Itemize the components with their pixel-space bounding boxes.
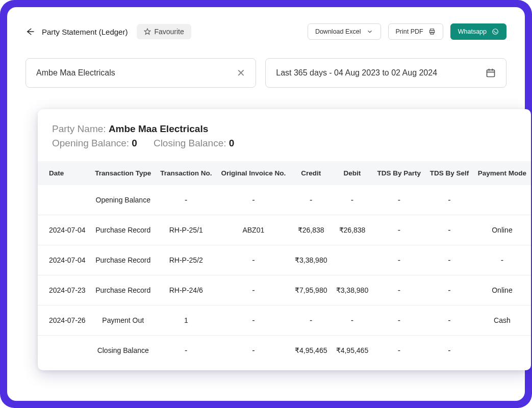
cell-debit: ₹26,838 (332, 215, 373, 245)
closing-balance-label: Closing Balance: (154, 138, 226, 148)
cell-pmode: Online (473, 275, 531, 305)
app-frame: Party Statement (Ledger) Favourite Downl… (0, 0, 532, 408)
cell-ttype: Opening Balance (90, 185, 156, 215)
top-bar: Party Statement (Ledger) Favourite Downl… (26, 23, 506, 40)
download-excel-button[interactable]: Download Excel (308, 23, 381, 40)
cell-tdss: - (425, 336, 473, 366)
back-arrow-icon[interactable] (26, 27, 35, 36)
closing-balance-value: 0 (229, 138, 235, 148)
ledger-card: Party Name: Ambe Maa Electricals Opening… (38, 109, 531, 370)
ledger-header: Party Name: Ambe Maa Electricals Opening… (38, 123, 531, 161)
cell-credit: ₹26,838 (290, 215, 332, 245)
cell-inv: - (216, 336, 290, 366)
cell-credit: ₹4,95,465 (290, 336, 332, 366)
cell-debit (332, 245, 373, 275)
cell-debit: ₹4,95,465 (332, 336, 373, 366)
cell-date: 2024-07-04 (38, 245, 90, 275)
table-row: Closing Balance--₹4,95,465₹4,95,465-- (38, 336, 531, 366)
svg-rect-4 (487, 70, 495, 76)
printer-icon (428, 28, 436, 35)
cell-tno: RH-P-25/2 (156, 245, 216, 275)
opening-balance-label: Opening Balance: (52, 138, 129, 148)
cell-date: 2024-07-23 (38, 275, 90, 305)
cell-credit: - (290, 185, 332, 215)
column-header: Transaction Type (90, 161, 156, 185)
party-filter[interactable]: Ambe Maa Electricals ✕ (26, 58, 256, 88)
table-row: 2024-07-04Purchase RecordRH-P-25/1ABZ01₹… (38, 215, 531, 245)
cell-date (38, 336, 90, 366)
cell-tdss: - (425, 245, 473, 275)
favourite-label: Favourite (154, 28, 184, 36)
chevron-down-icon (366, 28, 373, 35)
cell-pmode: Online (473, 215, 531, 245)
cell-inv: ABZ01 (216, 215, 290, 245)
cell-tno: RH-P-24/6 (156, 275, 216, 305)
cell-tdss: - (425, 275, 473, 305)
opening-balance-value: 0 (132, 138, 137, 148)
column-header: Debit (332, 161, 373, 185)
cell-tdss: - (425, 215, 473, 245)
favourite-button[interactable]: Favourite (137, 24, 191, 39)
column-header: Date (38, 161, 90, 185)
main-panel: Party Statement (Ledger) Favourite Downl… (7, 7, 525, 401)
cell-debit: - (332, 305, 373, 336)
cell-pmode: - (473, 245, 531, 275)
table-row: 2024-07-23Purchase RecordRH-P-24/6-₹7,95… (38, 275, 531, 305)
party-filter-value: Ambe Maa Electricals (36, 68, 115, 78)
column-header: Payment Mode (473, 161, 531, 185)
cell-tdsp: - (373, 336, 425, 366)
clear-party-icon[interactable]: ✕ (237, 67, 245, 79)
cell-credit: ₹7,95,980 (290, 275, 332, 305)
print-pdf-button[interactable]: Print PDF (388, 23, 443, 40)
ledger-table-head: DateTransaction TypeTransaction No.Origi… (38, 161, 531, 185)
cell-tno: - (156, 185, 216, 215)
cell-tdsp: - (373, 215, 425, 245)
column-header: TDS By Party (373, 161, 425, 185)
cell-tdsp: - (373, 275, 425, 305)
cell-tdsp: - (373, 185, 425, 215)
cell-ttype: Closing Balance (90, 336, 156, 366)
date-filter-value: Last 365 days - 04 Aug 2023 to 02 Aug 20… (276, 68, 437, 78)
column-header: Original Invoice No. (216, 161, 290, 185)
filter-row: Ambe Maa Electricals ✕ Last 365 days - 0… (26, 58, 506, 88)
cell-inv: - (216, 185, 290, 215)
cell-debit: ₹3,38,980 (332, 275, 373, 305)
cell-date: 2024-07-26 (38, 305, 90, 336)
date-filter[interactable]: Last 365 days - 04 Aug 2023 to 02 Aug 20… (265, 58, 506, 88)
cell-ttype: Purchase Record (90, 275, 156, 305)
cell-date: 2024-07-04 (38, 215, 90, 245)
party-name-label: Party Name: (52, 123, 106, 134)
ledger-table: DateTransaction TypeTransaction No.Origi… (38, 161, 531, 365)
cell-tdss: - (425, 305, 473, 336)
table-row: Opening Balance------ (38, 185, 531, 215)
whatsapp-icon (492, 28, 499, 35)
cell-ttype: Purchase Record (90, 245, 156, 275)
cell-tdss: - (425, 185, 473, 215)
cell-tno: 1 (156, 305, 216, 336)
svg-point-3 (493, 29, 498, 35)
print-pdf-label: Print PDF (396, 28, 423, 35)
cell-inv: - (216, 245, 290, 275)
cell-tdsp: - (373, 245, 425, 275)
cell-tno: RH-P-25/1 (156, 215, 216, 245)
page-title: Party Statement (Ledger) (42, 28, 128, 36)
cell-ttype: Purchase Record (90, 215, 156, 245)
download-excel-label: Download Excel (315, 28, 361, 35)
cell-credit: - (290, 305, 332, 336)
whatsapp-button[interactable]: Whatsapp (450, 23, 506, 40)
calendar-icon (486, 68, 496, 78)
cell-tdsp: - (373, 305, 425, 336)
column-header: Transaction No. (156, 161, 216, 185)
cell-inv: - (216, 305, 290, 336)
star-icon (144, 28, 151, 35)
table-row: 2024-07-04Purchase RecordRH-P-25/2-₹3,38… (38, 245, 531, 275)
cell-pmode: Cash (473, 305, 531, 336)
cell-inv: - (216, 275, 290, 305)
cell-date (38, 185, 90, 215)
table-row: 2024-07-26Payment Out1-----Cash (38, 305, 531, 336)
party-name-value: Ambe Maa Electricals (109, 123, 208, 134)
cell-tno: - (156, 336, 216, 366)
cell-pmode (473, 185, 531, 215)
column-header: TDS By Self (425, 161, 473, 185)
whatsapp-label: Whatsapp (458, 28, 487, 35)
